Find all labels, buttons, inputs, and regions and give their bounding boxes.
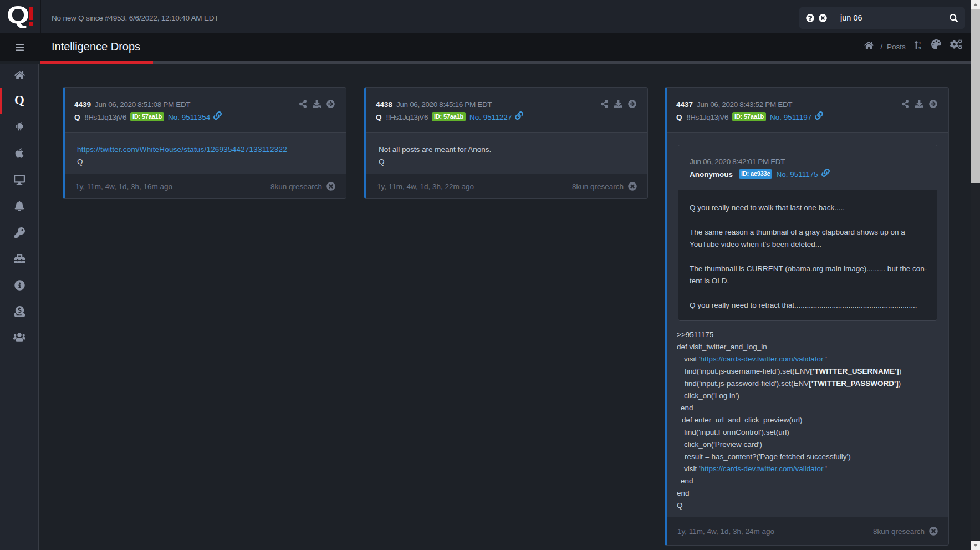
- svg-text:9: 9: [919, 45, 922, 49]
